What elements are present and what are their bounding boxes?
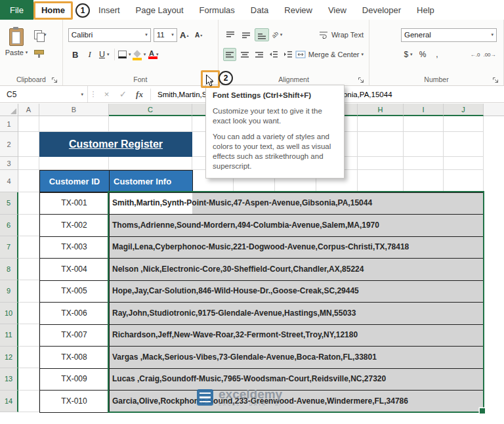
table-header-customer-id[interactable]: Customer ID [39,170,110,192]
cell-customer-info[interactable]: Hope,Jay,Car-Solution,846-Wild-House-Dr.… [109,280,484,303]
align-right-button[interactable] [253,48,266,61]
borders-button[interactable]: ▾ [118,48,131,61]
row-header-6[interactable]: 6 [0,215,18,237]
align-left-button[interactable] [223,48,236,61]
format-painter-button[interactable] [34,47,47,57]
tab-insert[interactable]: Insert [91,0,128,20]
row-header-8[interactable]: 8 [0,259,18,281]
font-color-button[interactable]: A▾ [147,48,160,61]
align-middle-button[interactable] [239,28,253,41]
select-all-corner[interactable] [0,104,18,116]
decrease-indent-button[interactable] [267,48,280,61]
accounting-format-button[interactable]: $▾ [402,48,415,61]
fill-color-button[interactable]: ▾ [133,48,146,61]
tab-home[interactable]: Home [33,0,73,20]
chevron-down-icon: ▾ [129,52,131,57]
cell-customer-info[interactable]: Smith,Martin,Synth-Point-Music,47-Aspen-… [109,192,484,215]
percent-style-button[interactable]: % [416,48,429,61]
row-header-9[interactable]: 9 [0,280,18,303]
cell-customer-info[interactable]: Nelson ,Nick,Electronic-Core,30-Sheffiel… [109,259,484,281]
number-dialog-launcher[interactable] [492,75,500,83]
table-border [39,258,484,259]
cell-customer-info[interactable]: Richardson,Jeff,New-Wave-Roar,32-Fermont… [109,324,484,347]
cell-customer-info[interactable]: Magil,Lena,Cyberphonoc-Music,221-Dogwood… [109,236,484,259]
row-header-11[interactable]: 11 [0,324,18,347]
font-size-select[interactable]: 11▾ [154,28,177,42]
align-top-button[interactable] [223,28,238,41]
cell-customer-id[interactable]: TX-007 [39,324,109,347]
row-header-7[interactable]: 7 [0,236,18,259]
row-header-2[interactable]: 2 [0,132,18,157]
column-header-I[interactable]: I [404,104,444,116]
decrease-font-size-button[interactable]: A▾ [192,28,205,41]
tab-developer[interactable]: Developer [354,0,409,20]
row-header-3[interactable]: 3 [0,157,18,170]
tab-page-layout[interactable]: Page Layout [128,0,192,20]
table-border [109,192,110,412]
cell-customer-id[interactable]: TX-003 [39,236,109,259]
orientation-button[interactable]: ab▾ [270,28,284,41]
bold-button[interactable]: B [69,48,82,61]
tab-data[interactable]: Data [243,0,276,20]
cell-customer-info[interactable]: Thoms,Adrienne,Sound-Mordern,494-Columbi… [109,215,484,237]
tab-help[interactable]: Help [409,0,442,20]
font-size-value: 11 [157,31,165,39]
cell-customer-id[interactable]: TX-005 [39,280,109,303]
enter-button[interactable]: ✓ [115,86,131,102]
align-bottom-button[interactable] [255,28,269,41]
table-header-customer-info[interactable]: Customer Info [109,170,193,192]
row-header-10[interactable]: 10 [0,303,18,325]
row-header-4[interactable]: 4 [0,170,18,192]
column-header-B[interactable]: B [39,104,109,116]
underline-button[interactable]: U▾ [98,48,111,61]
column-header-A[interactable]: A [18,104,39,116]
decrease-decimal-button[interactable]: .00→ [483,48,496,61]
clipboard-dialog-launcher[interactable] [51,75,59,83]
align-center-button[interactable] [238,48,251,61]
font-name-select[interactable]: Calibri▾ [68,28,151,42]
cell-customer-id[interactable]: TX-008 [39,347,109,369]
cell-customer-id[interactable]: TX-004 [39,259,109,281]
column-header-J[interactable]: J [444,104,484,116]
row-header-1[interactable]: 1 [0,116,18,132]
increase-decimal-button[interactable]: ←.0 [469,48,482,61]
insert-function-button[interactable]: fx [131,86,148,102]
cell-customer-info[interactable]: Ray,John,Studiotronic,9175-Glendale-Aven… [109,303,484,325]
cell-customer-info[interactable]: Garcia,Olive,Rockphonic-Sound,233-Greenw… [109,391,484,413]
comma-style-button[interactable]: , [430,48,444,61]
copy-button[interactable]: ▾ [34,30,47,40]
row-header-14[interactable]: 14 [0,391,18,413]
cancel-button[interactable]: × [98,86,115,102]
column-header-C[interactable]: C [109,104,192,116]
alignment-dialog-launcher[interactable] [358,75,366,83]
tab-file[interactable]: File [0,0,33,20]
increase-indent-button[interactable] [282,48,295,61]
fill-handle[interactable] [480,408,485,413]
tab-view[interactable]: View [320,0,354,20]
cell-customer-id[interactable]: TX-010 [39,391,109,413]
paste-button[interactable]: Paste▾ [3,27,30,57]
cell-customer-info[interactable]: Lucas ,Craig,Soundoff-Music,7965-Woodsma… [109,368,484,391]
table-border [39,346,484,347]
cell-customer-id[interactable]: TX-009 [39,368,109,391]
row-header-13[interactable]: 13 [0,368,18,391]
tooltip-body: Customize your text to give it the exact… [213,106,337,126]
decrease-decimal-icon: .00→ [483,52,495,58]
wrap-text-button[interactable]: Wrap Text [319,31,364,39]
increase-font-size-button[interactable]: A▴ [178,28,191,41]
merge-center-button[interactable]: Merge & Center ▾ [295,51,364,58]
cell-customer-id[interactable]: TX-006 [39,303,109,325]
name-box[interactable]: C5▾ [0,86,88,102]
cell-customer-id[interactable]: TX-001 [39,192,109,215]
italic-button[interactable]: I [83,48,96,61]
number-format-select[interactable]: General▾ [401,28,497,42]
row-header-5[interactable]: 5 [0,192,18,215]
column-header-H[interactable]: H [358,104,404,116]
tab-review[interactable]: Review [276,0,320,20]
format-painter-icon [34,50,44,54]
cell-customer-info[interactable]: Vargas ,Mack,Serious-Vibes,73-Glendale-A… [109,347,484,369]
cell-customer-id[interactable]: TX-002 [39,215,109,237]
row-header-12[interactable]: 12 [0,347,18,369]
font-group: Calibri▾ 11▾ A▴ A▾ B I U▾ ▾ ▾ A▾ Font [63,20,219,85]
tab-formulas[interactable]: Formulas [192,0,243,20]
